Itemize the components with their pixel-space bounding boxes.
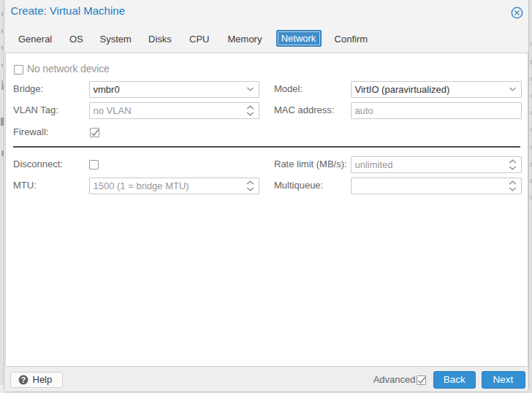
svg-text:?: ? xyxy=(21,375,26,384)
